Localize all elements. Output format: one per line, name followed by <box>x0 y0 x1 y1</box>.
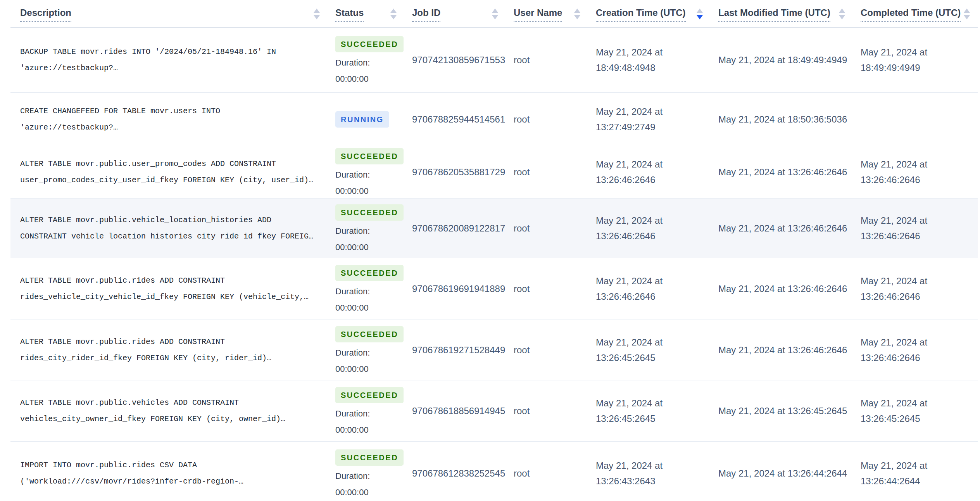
timestamp-line: 13:26:46:2646 <box>596 289 703 304</box>
job-description-cell: ALTER TABLE movr.public.user_promo_codes… <box>10 156 328 188</box>
duration-label: Duration: <box>335 348 397 358</box>
completed-time-cell: May 21, 2024 at18:49:49:4949 <box>853 45 978 76</box>
user-name-cell: root <box>506 164 588 180</box>
timestamp-line: 13:26:46:2646 <box>596 228 703 244</box>
sort-arrows-icon[interactable] <box>574 9 580 19</box>
timestamp-line: May 21, 2024 at 18:49:49:4949 <box>718 52 845 68</box>
timestamp-line: May 21, 2024 at <box>596 273 703 289</box>
status-badge: SUCCEEDED <box>335 204 404 221</box>
table-row[interactable]: CREATE CHANGEFEED FOR TABLE movr.users I… <box>10 93 978 146</box>
user-name-value: root <box>514 281 580 297</box>
column-header-creation-time[interactable]: Creation Time (UTC) <box>588 0 711 27</box>
last-modified-time-cell: May 21, 2024 at 13:26:46:2646 <box>711 221 853 236</box>
duration-value: 00:00:00 <box>335 487 397 498</box>
duration-value: 00:00:00 <box>335 186 397 196</box>
job-id-cell: 970678825944514561 <box>404 111 506 128</box>
column-header-job-id[interactable]: Job ID <box>404 0 506 27</box>
timestamp-line: May 21, 2024 at 13:26:46:2646 <box>718 281 845 297</box>
table-row[interactable]: ALTER TABLE movr.public.user_promo_codes… <box>10 146 978 199</box>
duration-label: Duration: <box>335 287 397 297</box>
user-name-value: root <box>514 342 580 358</box>
status-badge: SUCCEEDED <box>335 326 404 342</box>
job-description-cell: ALTER TABLE movr.public.vehicle_location… <box>10 212 328 245</box>
user-name-cell: root <box>506 465 588 482</box>
duration-label: Duration: <box>335 471 397 481</box>
timestamp-line: 13:26:46:2646 <box>861 350 970 366</box>
timestamp-line: May 21, 2024 at <box>861 273 970 289</box>
table-row[interactable]: IMPORT INTO movr.public.rides CSV DATA('… <box>10 442 978 501</box>
last-modified-time-cell: May 21, 2024 at 18:50:36:5036 <box>711 112 853 127</box>
column-header-last-modified-time[interactable]: Last Modified Time (UTC) <box>711 0 853 27</box>
user-name-cell: root <box>506 220 588 237</box>
timestamp-line: 13:26:45:2645 <box>861 411 970 427</box>
timestamp-line: 13:26:45:2645 <box>596 350 703 366</box>
table-row[interactable]: ALTER TABLE movr.public.vehicles ADD CON… <box>10 380 978 442</box>
table-row[interactable]: BACKUP TABLE movr.rides INTO '/2024/05/2… <box>10 28 978 93</box>
sort-arrows-icon[interactable] <box>492 9 498 19</box>
column-header-label: Last Modified Time (UTC) <box>718 8 830 22</box>
user-name-cell: root <box>506 403 588 419</box>
completed-time-cell: May 21, 2024 at13:26:46:2646 <box>853 335 978 366</box>
job-description-line: CREATE CHANGEFEED FOR TABLE movr.users I… <box>20 103 320 119</box>
timestamp-line: May 21, 2024 at 13:26:46:2646 <box>718 342 845 358</box>
job-description-cell: IMPORT INTO movr.public.rides CSV DATA('… <box>10 457 328 490</box>
timestamp-line: May 21, 2024 at <box>596 396 703 411</box>
job-id-cell: 970678619271528449 <box>404 342 506 358</box>
user-name-cell: root <box>506 281 588 297</box>
job-description-cell: ALTER TABLE movr.public.vehicles ADD CON… <box>10 395 328 427</box>
column-header-status[interactable]: Status <box>328 0 404 27</box>
job-description-line: ALTER TABLE movr.public.rides ADD CONSTR… <box>20 334 320 350</box>
timestamp-line: May 21, 2024 at <box>861 157 970 172</box>
sort-arrows-icon[interactable] <box>697 9 703 19</box>
sort-arrows-icon[interactable] <box>390 9 397 19</box>
timestamp-line: May 21, 2024 at <box>596 45 703 60</box>
job-id-cell: 970678612838252545 <box>404 465 506 482</box>
column-header-description[interactable]: Description <box>10 0 328 27</box>
status-badge: SUCCEEDED <box>335 449 404 466</box>
job-id-value: 970678620535881729 <box>412 164 498 180</box>
column-header-label: User Name <box>514 8 562 22</box>
timestamp-line: 13:26:45:2645 <box>596 411 703 427</box>
table-row[interactable]: ALTER TABLE movr.public.vehicle_location… <box>10 199 978 258</box>
column-header-user-name[interactable]: User Name <box>506 0 588 27</box>
status-badge: SUCCEEDED <box>335 36 404 52</box>
user-name-value: root <box>514 111 580 128</box>
last-modified-time-cell: May 21, 2024 at 13:26:46:2646 <box>711 281 853 297</box>
timestamp-line: May 21, 2024 at <box>861 45 970 60</box>
status-badge: SUCCEEDED <box>335 148 404 164</box>
sort-arrows-icon[interactable] <box>964 9 970 19</box>
job-description-cell: ALTER TABLE movr.public.rides ADD CONSTR… <box>10 273 328 305</box>
creation-time-cell: May 21, 2024 at13:26:45:2645 <box>588 396 711 427</box>
job-id-cell: 970678620535881729 <box>404 164 506 180</box>
timestamp-line: 18:49:49:4949 <box>861 60 970 76</box>
timestamp-line: 13:26:46:2646 <box>861 172 970 188</box>
completed-time-cell: May 21, 2024 at13:26:46:2646 <box>853 157 978 188</box>
sort-arrows-icon[interactable] <box>839 9 845 19</box>
timestamp-line: 18:49:48:4948 <box>596 60 703 76</box>
table-row[interactable]: ALTER TABLE movr.public.rides ADD CONSTR… <box>10 320 978 380</box>
duration-value: 00:00:00 <box>335 303 397 313</box>
job-id-cell: 970678620089122817 <box>404 220 506 237</box>
timestamp-line: May 21, 2024 at 13:26:44:2644 <box>718 466 845 481</box>
timestamp-line: May 21, 2024 at <box>596 213 703 228</box>
table-row[interactable]: ALTER TABLE movr.public.rides ADD CONSTR… <box>10 258 978 320</box>
job-description-cell: CREATE CHANGEFEED FOR TABLE movr.users I… <box>10 103 328 136</box>
sort-arrows-icon[interactable] <box>314 9 320 19</box>
duration-label: Duration: <box>335 58 397 68</box>
job-description-line: 'azure://testbackup?… <box>20 119 320 136</box>
timestamp-line: May 21, 2024 at <box>596 157 703 172</box>
job-id-value: 970678825944514561 <box>412 111 498 128</box>
timestamp-line: May 21, 2024 at <box>596 104 703 119</box>
timestamp-line: 13:26:43:2643 <box>596 473 703 489</box>
user-name-value: root <box>514 220 580 237</box>
job-description-line: IMPORT INTO movr.public.rides CSV DATA <box>20 457 320 473</box>
completed-time-cell: May 21, 2024 at13:26:44:2644 <box>853 458 978 489</box>
creation-time-cell: May 21, 2024 at13:26:43:2643 <box>588 458 711 489</box>
job-status-cell: SUCCEEDEDDuration:00:00:00 <box>328 387 404 435</box>
last-modified-time-cell: May 21, 2024 at 13:26:46:2646 <box>711 342 853 358</box>
job-description-line: ALTER TABLE movr.public.vehicles ADD CON… <box>20 395 320 411</box>
timestamp-line: 13:26:44:2644 <box>861 473 970 489</box>
status-badge: SUCCEEDED <box>335 387 404 403</box>
creation-time-cell: May 21, 2024 at13:26:45:2645 <box>588 335 711 366</box>
column-header-completed-time[interactable]: Completed Time (UTC) <box>853 0 978 27</box>
